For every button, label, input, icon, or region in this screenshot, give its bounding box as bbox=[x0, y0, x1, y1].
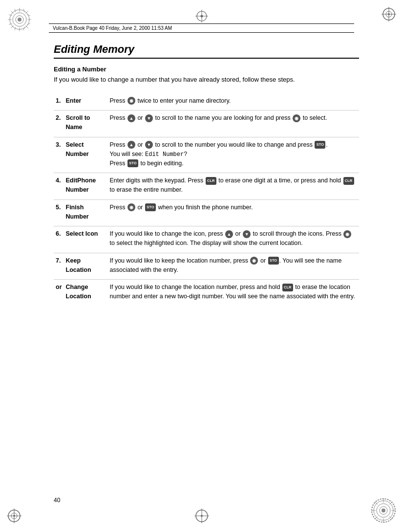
step-6: 6. Select Icon If you would like to chan… bbox=[54, 226, 359, 253]
edit-number-code: Edit Number? bbox=[145, 151, 187, 158]
corner-decoration-tr bbox=[382, 7, 396, 23]
step-2-desc: Press ▲ or ▼ to scroll to the name you a… bbox=[108, 111, 360, 137]
corner-decoration-tl bbox=[7, 7, 32, 34]
step-3-desc: Press ▲ or ▼ to scroll to the number you… bbox=[108, 137, 360, 173]
up-button-icon: ▲ bbox=[225, 230, 233, 238]
step-2-label: Scroll to Name bbox=[64, 111, 108, 137]
nav-button-icon: ◉ bbox=[127, 203, 135, 211]
svg-point-29 bbox=[13, 515, 15, 517]
clr-button-icon: CLR bbox=[206, 177, 216, 185]
step-1: 1. Enter Press ◉ twice to enter your nam… bbox=[54, 93, 359, 111]
main-content: Editing Memory Editing a Number If you w… bbox=[54, 43, 359, 493]
step-7-num: 7. bbox=[54, 253, 64, 280]
step-or-num: or bbox=[54, 280, 64, 306]
step-3-label: Select Number bbox=[64, 137, 108, 173]
nav-button-icon: ◉ bbox=[250, 257, 258, 265]
top-center-crosshair bbox=[194, 9, 209, 25]
step-2: 2. Scroll to Name Press ▲ or ▼ to scroll… bbox=[54, 111, 359, 137]
step-4-desc: Enter digits with the keypad. Press CLR … bbox=[108, 173, 360, 200]
corner-decoration-bc bbox=[194, 509, 209, 525]
top-bar: Vulcan-B.Book Page 40 Friday, June 2, 20… bbox=[49, 23, 354, 33]
svg-point-33 bbox=[201, 515, 203, 517]
step-7-desc: If you would like to keep the location n… bbox=[108, 253, 360, 280]
intro-text: If you would like to change a number tha… bbox=[54, 75, 359, 85]
step-5: 5. Finish Number Press ◉ or STO when you… bbox=[54, 200, 359, 226]
step-1-desc: Press ◉ twice to enter your name directo… bbox=[108, 93, 360, 111]
nav-button-icon: ◉ bbox=[343, 230, 351, 238]
step-5-label: Finish Number bbox=[64, 200, 108, 226]
down-button-icon: ▼ bbox=[145, 114, 153, 122]
step-5-desc: Press ◉ or STO when you finish the phone… bbox=[108, 200, 360, 226]
clr-button-icon-2: CLR bbox=[343, 177, 354, 185]
svg-point-24 bbox=[388, 13, 390, 15]
svg-point-50 bbox=[200, 15, 203, 18]
down-button-icon: ▼ bbox=[243, 230, 251, 238]
down-button-icon: ▼ bbox=[145, 141, 153, 149]
step-or: or Change Location If you would like to … bbox=[54, 280, 359, 306]
step-3: 3. Select Number Press ▲ or ▼ to scroll … bbox=[54, 137, 359, 173]
sto-button-icon: STO bbox=[268, 257, 279, 265]
svg-point-45 bbox=[382, 509, 385, 512]
top-bar-text: Vulcan-B.Book Page 40 Friday, June 2, 20… bbox=[53, 25, 172, 31]
step-or-desc: If you would like to change the location… bbox=[108, 280, 360, 306]
step-7: 7. Keep Location If you would like to ke… bbox=[54, 253, 359, 280]
sto-button-icon: STO bbox=[315, 141, 325, 149]
step-or-label: Change Location bbox=[64, 280, 108, 306]
corner-decoration-br bbox=[371, 498, 396, 525]
step-1-num: 1. bbox=[54, 93, 64, 111]
step-5-num: 5. bbox=[54, 200, 64, 226]
up-button-icon: ▲ bbox=[127, 141, 135, 149]
step-4-label: EditPhone Number bbox=[64, 173, 108, 200]
page-title: Editing Memory bbox=[54, 43, 359, 59]
clr-button-icon: CLR bbox=[282, 284, 293, 291]
sto-button-icon-2: STO bbox=[127, 159, 138, 167]
step-6-num: 6. bbox=[54, 226, 64, 253]
nav-button-icon: ◉ bbox=[293, 114, 300, 122]
nav-button-icon: ◉ bbox=[127, 97, 135, 105]
step-6-label: Select Icon bbox=[64, 226, 108, 253]
step-7-label: Keep Location bbox=[64, 253, 108, 280]
step-2-num: 2. bbox=[54, 111, 64, 137]
svg-point-19 bbox=[18, 18, 21, 22]
sto-button-icon: STO bbox=[145, 203, 156, 211]
step-4-num: 4. bbox=[54, 173, 64, 200]
step-3-num: 3. bbox=[54, 137, 64, 173]
step-6-desc: If you would like to change the icon, pr… bbox=[108, 226, 360, 253]
step-1-label: Enter bbox=[64, 93, 108, 111]
step-4: 4. EditPhone Number Enter digits with th… bbox=[54, 173, 359, 200]
section-heading: Editing a Number bbox=[54, 66, 359, 73]
page-number: 40 bbox=[54, 497, 60, 504]
up-button-icon: ▲ bbox=[127, 114, 135, 122]
corner-decoration-bl bbox=[7, 509, 21, 525]
steps-table: 1. Enter Press ◉ twice to enter your nam… bbox=[54, 93, 359, 306]
